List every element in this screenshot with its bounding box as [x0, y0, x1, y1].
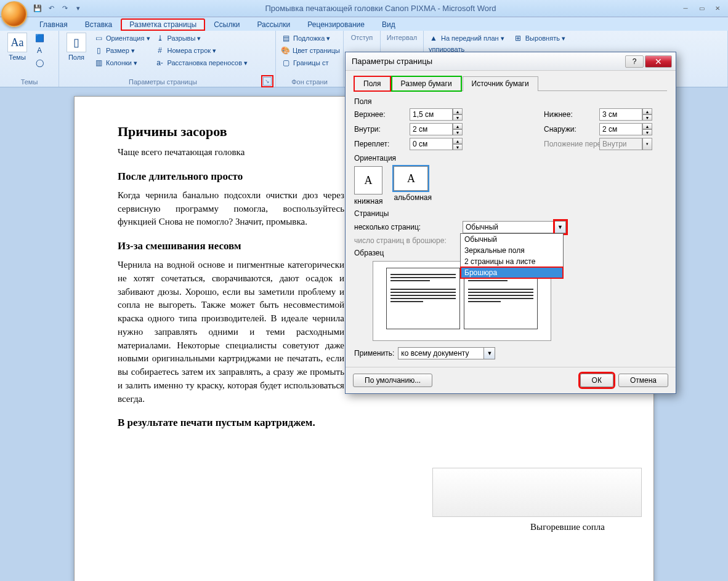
quick-access-toolbar: 💾 ↶ ↷ ▾	[32, 3, 84, 14]
orientation-icon: ▭	[94, 33, 103, 43]
theme-colors-button[interactable]: 🟦	[33, 33, 46, 44]
dropdown-opt-booklet[interactable]: Брошюра	[461, 267, 563, 278]
group-indent-label: Отступ	[347, 33, 376, 41]
multi-pages-combo[interactable]: Обычный ▼	[463, 221, 566, 233]
dialog-tab-fields[interactable]: Поля	[354, 76, 390, 91]
multi-pages-dropdown: Обычный Зеркальные поля 2 страницы на ли…	[460, 233, 564, 279]
tab-links[interactable]: Ссылки	[205, 18, 248, 31]
bring-front-button[interactable]: ▲На передний план ▾ ⊞Выровнять ▾	[427, 33, 724, 44]
margins-button[interactable]: ▯ Поля	[63, 33, 90, 68]
tab-page-layout[interactable]: Разметка страницы	[121, 18, 205, 31]
landscape-icon: A	[394, 166, 428, 191]
combo-arrow-icon[interactable]: ▼	[555, 221, 566, 233]
spin-up-icon[interactable]: ▲	[453, 108, 463, 114]
multi-pages-label: несколько страниц:	[354, 223, 459, 231]
page-setup-dialog: Параметры страницы ? ✕ Поля Размер бумаг…	[345, 52, 676, 394]
size-button[interactable]: ▯Размер ▾	[92, 45, 152, 56]
watermark-icon: ▤	[281, 33, 291, 43]
bottom-margin-label: Нижнее:	[544, 110, 593, 119]
align-icon: ⊞	[513, 33, 523, 43]
group-page-setup-label: Параметры страницы	[63, 77, 263, 86]
bottom-margin-input[interactable]: ▲▼	[599, 108, 667, 121]
apply-to-label: Применить:	[354, 349, 394, 358]
landscape-option[interactable]: A альбомная	[394, 166, 432, 206]
save-icon[interactable]: 💾	[32, 3, 43, 14]
qat-more-icon[interactable]: ▾	[73, 3, 84, 14]
columns-icon: ▥	[94, 58, 103, 68]
theme-effects-button[interactable]: ◯	[33, 57, 46, 68]
dropdown-opt-2pages[interactable]: 2 страницы на листе	[461, 256, 563, 267]
booklet-pages-label: число страниц в брошюре:	[354, 236, 459, 245]
dialog-help-button[interactable]: ?	[625, 55, 644, 68]
gutter-pos-select[interactable]: ▾	[599, 138, 667, 150]
page-color-button[interactable]: 🎨Цвет страницы	[280, 45, 339, 56]
tab-home[interactable]: Главная	[31, 18, 76, 31]
effects-icon: ◯	[34, 58, 44, 68]
dialog-tabs: Поля Размер бумаги Источник бумаги	[354, 76, 667, 91]
page-borders-button[interactable]: ▢Границы ст	[280, 57, 339, 68]
orientation-section-label: Ориентация	[354, 154, 667, 162]
cancel-button[interactable]: Отмена	[618, 374, 668, 387]
minimize-button[interactable]: ─	[677, 3, 694, 14]
default-button[interactable]: По умолчанию...	[353, 374, 432, 387]
breaks-icon: ⤓	[155, 33, 165, 43]
gutter-label: Переплет:	[354, 140, 403, 148]
ribbon-tab-strip: Главная Вставка Разметка страницы Ссылки…	[0, 17, 728, 31]
dialog-tab-source[interactable]: Источник бумаги	[463, 76, 538, 91]
themes-label: Темы	[9, 54, 26, 61]
linenum-icon: #	[155, 46, 165, 55]
close-button[interactable]: ✕	[710, 3, 726, 14]
office-button[interactable]	[1, 1, 27, 27]
titlebar: 💾 ↶ ↷ ▾ Промывка печатающей головки Cano…	[0, 0, 728, 17]
gutter-input[interactable]: ▲▼	[410, 138, 477, 150]
apply-to-combo[interactable]: ко всему документу ▼	[398, 347, 495, 359]
doc-heading-4: В результате печати пустым картриджем.	[118, 417, 610, 429]
inside-margin-input[interactable]: ▲▼	[410, 123, 477, 135]
group-page-bg-label: Фон страни	[280, 77, 339, 86]
doc-p3: Чернила на водной основе и пигментные ка…	[118, 258, 344, 406]
group-spacing-label: Интервал	[384, 33, 419, 41]
colors-icon: 🟦	[34, 33, 44, 43]
dialog-tab-paper[interactable]: Размер бумаги	[392, 76, 461, 91]
portrait-option[interactable]: A книжная	[354, 166, 382, 206]
orientation-button[interactable]: ▭Ориентация ▾	[92, 33, 152, 44]
themes-icon: Aa	[7, 33, 27, 52]
columns-button[interactable]: ▥Колонки ▾	[92, 57, 152, 68]
group-themes-label: Темы	[4, 77, 55, 86]
borders-icon: ▢	[281, 58, 291, 68]
chevron-down-icon[interactable]: ▼	[484, 347, 495, 359]
tab-view[interactable]: Вид	[373, 18, 404, 31]
theme-fonts-button[interactable]: A	[33, 45, 46, 56]
doc-p2: Когда чернила банально подсохли очистки …	[118, 189, 344, 229]
image-caption: Выгоревшие сопла	[530, 522, 605, 532]
maximize-button[interactable]: ▭	[694, 3, 710, 14]
tab-mailings[interactable]: Рассылки	[248, 18, 299, 31]
watermark-button[interactable]: ▤Подложка ▾	[280, 33, 339, 44]
front-icon: ▲	[429, 33, 439, 43]
spin-down-icon[interactable]: ▼	[453, 114, 463, 121]
tab-insert[interactable]: Вставка	[76, 18, 121, 31]
dialog-titlebar[interactable]: Параметры страницы ? ✕	[346, 52, 676, 71]
hyphenation-button[interactable]: a-Расстановка переносов ▾	[154, 57, 249, 68]
redo-icon[interactable]: ↷	[59, 3, 70, 14]
undo-icon[interactable]: ↶	[46, 3, 57, 14]
outside-margin-label: Снаружи:	[544, 125, 593, 134]
top-margin-input[interactable]: ▲▼	[410, 108, 477, 121]
ok-button[interactable]: ОК	[580, 374, 613, 387]
outside-margin-input[interactable]: ▲▼	[599, 123, 667, 135]
page-setup-launcher[interactable]: ↘	[263, 77, 272, 86]
fonts-icon: A	[34, 46, 44, 55]
tab-review[interactable]: Рецензирование	[299, 18, 373, 31]
size-icon: ▯	[94, 46, 103, 55]
dropdown-opt-mirror[interactable]: Зеркальные поля	[461, 245, 563, 256]
preview-left-page	[386, 268, 460, 329]
dropdown-opt-normal[interactable]: Обычный	[461, 234, 563, 245]
breaks-button[interactable]: ⤓Разрывы ▾	[154, 33, 249, 44]
inside-margin-label: Внутри:	[354, 125, 403, 134]
dialog-close-button[interactable]: ✕	[645, 55, 672, 68]
margins-label: Поля	[68, 54, 84, 61]
top-margin-label: Верхнее:	[354, 110, 403, 119]
pagecolor-icon: 🎨	[281, 46, 290, 55]
themes-button[interactable]: Aa Темы	[4, 33, 31, 68]
line-numbers-button[interactable]: #Номера строк ▾	[154, 45, 249, 56]
